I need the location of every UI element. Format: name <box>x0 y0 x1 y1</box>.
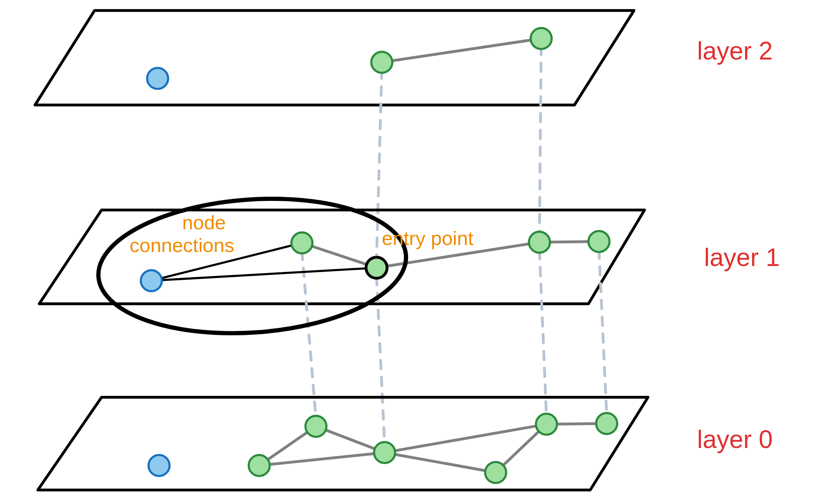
node-L1-top <box>291 232 312 253</box>
edge-L1blue-L1entry <box>151 268 377 281</box>
node-L0-g4 <box>485 462 506 483</box>
node-L1-entry <box>366 257 387 278</box>
node-L1-r2 <box>588 231 609 252</box>
svg-marker-2 <box>38 397 648 490</box>
node-L0-g3 <box>374 442 395 463</box>
label-entry-point: entry point <box>382 227 474 249</box>
label-layer-2: layer 2 <box>697 37 773 65</box>
edge-L0g1-L0g3 <box>259 453 385 465</box>
label-node-connections-l1: node <box>182 211 226 233</box>
node-L0-g6 <box>596 413 617 434</box>
svg-marker-0 <box>35 10 634 105</box>
vlink-L1top-L0g2 <box>302 251 316 418</box>
vlink-L1r1-L0g5 <box>539 251 546 416</box>
node-L0-query <box>149 455 170 476</box>
vlink-L2g1-L1entry <box>377 70 382 259</box>
label-node-connections-l2: connections <box>130 234 234 256</box>
layer-2-plane <box>35 10 634 105</box>
node-L1-query <box>141 270 162 291</box>
highlight-ellipse <box>94 189 411 343</box>
vlink-L2g2-L1r1 <box>539 46 541 234</box>
node-L0-g1 <box>249 455 270 476</box>
node-L1-r1 <box>529 232 550 253</box>
node-L0-g2 <box>305 416 326 437</box>
label-layer-0: layer 0 <box>697 425 773 453</box>
edge-L0g3-L0g4 <box>385 453 496 472</box>
node-L2-query <box>147 68 168 89</box>
node-L0-g5 <box>536 414 557 435</box>
vlink-L1entry-L0g3 <box>377 276 385 444</box>
layer-0-plane <box>38 397 648 490</box>
label-layer-1: layer 1 <box>704 243 780 271</box>
node-L2-g1 <box>371 52 392 73</box>
node-L2-g2 <box>531 28 552 49</box>
edge-L2g1-L2g2 <box>382 38 541 62</box>
hnsw-diagram: layer 2 layer 1 layer 0 node connections… <box>0 0 820 504</box>
